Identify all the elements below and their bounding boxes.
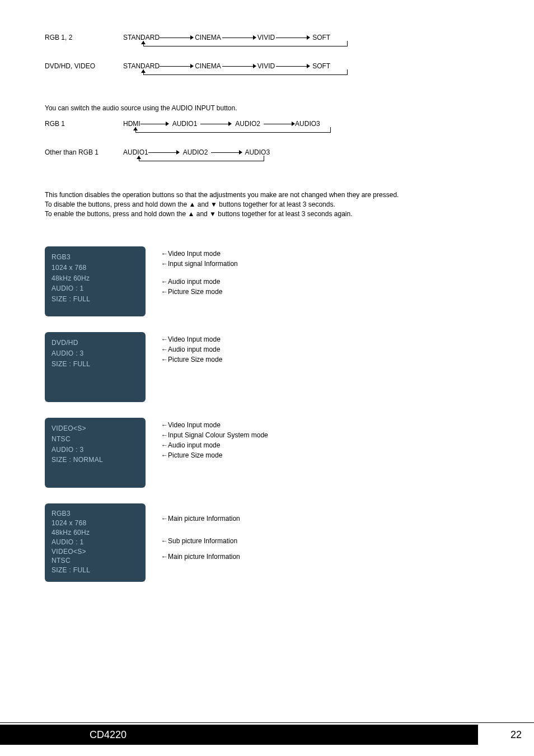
- osd-line: AUDIO : 1: [51, 538, 139, 547]
- node-audio3: AUDIO3: [295, 120, 320, 128]
- osd-line: AUDIO : 1: [51, 283, 139, 294]
- ann-line: ←Video Input mode: [161, 249, 238, 259]
- node-audio2: AUDIO2: [183, 148, 208, 156]
- cycle-diagram: STANDARD CINEMA VIVID SOFT: [123, 34, 348, 46]
- osd-line: RGB3: [51, 509, 139, 519]
- osd-line: 48kHz 60Hz: [51, 528, 139, 538]
- cycle-diagram: AUDIO1 AUDIO2 AUDIO3: [123, 148, 270, 161]
- ann-line: ←Input signal Information: [161, 259, 238, 269]
- down-triangle-icon: ▼: [210, 200, 217, 208]
- osd-line: SIZE : FULL: [51, 359, 139, 370]
- para-line2b: and: [195, 200, 210, 208]
- node-audio3: AUDIO3: [245, 148, 270, 156]
- osd-line: VIDEO<S>: [51, 423, 139, 434]
- ann-line: ←Input Signal Colour System mode: [161, 430, 268, 440]
- page-number: 22: [478, 729, 534, 741]
- ann-line: ←Audio input mode: [161, 277, 238, 287]
- para-line3a: To enable the buttons, press and hold do…: [45, 210, 188, 218]
- node-cinema: CINEMA: [195, 62, 221, 70]
- diagram-row-rgb1: RGB 1 HDMI AUDIO1 AUDIO2 AUDIO3: [45, 120, 489, 133]
- ann-line: ←Main picture Information: [161, 514, 240, 524]
- para-line1: This function disables the operation but…: [45, 190, 489, 200]
- node-cinema: CINEMA: [195, 34, 221, 41]
- model-number: CD4220: [90, 729, 127, 741]
- osd-line: VIDEO<S>: [51, 547, 139, 557]
- down-triangle-icon: ▼: [209, 210, 216, 218]
- node-audio2: AUDIO2: [235, 120, 260, 128]
- osd-line: AUDIO : 3: [51, 348, 139, 359]
- node-soft: SOFT: [312, 62, 330, 70]
- osd-example-4: RGB3 1024 x 768 48kHz 60Hz AUDIO : 1 VID…: [45, 503, 489, 582]
- osd-annotations: ←Video Input mode ←Input Signal Colour S…: [161, 418, 268, 460]
- node-soft: SOFT: [312, 34, 330, 41]
- ann-line: ←Picture Size mode: [161, 287, 238, 297]
- audio-note: You can switch the audio source using th…: [45, 104, 489, 112]
- osd-line: DVD/HD: [51, 338, 139, 348]
- osd-line: AUDIO : 3: [51, 445, 139, 455]
- row-label: RGB 1, 2: [45, 34, 123, 41]
- diagram-row-other: Other than RGB 1 AUDIO1 AUDIO2 AUDIO3: [45, 148, 489, 161]
- ann-line: ←Main picture Information: [161, 552, 240, 562]
- osd-panel: RGB3 1024 x 768 48kHz 60Hz AUDIO : 1 VID…: [45, 503, 146, 582]
- node-audio1: AUDIO1: [172, 120, 198, 128]
- cycle-diagram: HDMI AUDIO1 AUDIO2 AUDIO3: [123, 120, 331, 133]
- ann-line: ←Video Input mode: [161, 420, 268, 430]
- node-hdmi: HDMI: [123, 120, 140, 128]
- osd-example-1: RGB3 1024 x 768 48kHz 60Hz AUDIO : 1 SIZ…: [45, 246, 489, 316]
- osd-panel: RGB3 1024 x 768 48kHz 60Hz AUDIO : 1 SIZ…: [45, 246, 146, 316]
- para-line3c: buttons together for at least 3 seconds …: [216, 210, 353, 218]
- osd-line: RGB3: [51, 252, 139, 263]
- osd-line: SIZE : FULL: [51, 566, 139, 575]
- osd-example-3: VIDEO<S> NTSC AUDIO : 3 SIZE : NORMAL ←V…: [45, 418, 489, 488]
- osd-line: NTSC: [51, 434, 139, 445]
- ann-line: ←Sub picture Information: [161, 536, 240, 546]
- row-label: RGB 1: [45, 120, 123, 128]
- osd-line: 1024 x 768: [51, 519, 139, 528]
- disable-buttons-paragraph: This function disables the operation but…: [45, 190, 489, 218]
- diagram-row-rgb12: RGB 1, 2 STANDARD CINEMA VIVID SOFT: [45, 34, 489, 46]
- ann-line: ←Video Input mode: [161, 334, 222, 344]
- osd-line: SIZE : NORMAL: [51, 455, 139, 465]
- para-line2c: buttons together for at least 3 seconds.: [217, 200, 335, 208]
- ann-line: ←Audio input mode: [161, 344, 222, 354]
- osd-annotations: ←Video Input mode ←Audio input mode ←Pic…: [161, 332, 222, 365]
- osd-panel: DVD/HD AUDIO : 3 SIZE : FULL: [45, 332, 146, 402]
- osd-line: 48kHz 60Hz: [51, 273, 139, 284]
- node-standard: STANDARD: [123, 34, 160, 41]
- para-line2a: To disable the buttons, press and hold d…: [45, 200, 189, 208]
- osd-annotations: ←Main picture Information ←Sub picture I…: [161, 503, 240, 562]
- osd-annotations: ←Video Input mode ←Input signal Informat…: [161, 246, 238, 297]
- cycle-diagram: STANDARD CINEMA VIVID SOFT: [123, 62, 348, 75]
- ann-line: ←Audio input mode: [161, 440, 268, 450]
- node-vivid: VIVID: [257, 34, 275, 41]
- row-label: Other than RGB 1: [45, 148, 123, 156]
- ann-line: ←Picture Size mode: [161, 450, 268, 460]
- para-line3b: and: [194, 210, 209, 218]
- osd-line: NTSC: [51, 556, 139, 566]
- osd-panel: VIDEO<S> NTSC AUDIO : 3 SIZE : NORMAL: [45, 418, 146, 488]
- node-vivid: VIVID: [257, 62, 275, 70]
- node-standard: STANDARD: [123, 62, 160, 70]
- osd-example-2: DVD/HD AUDIO : 3 SIZE : FULL ←Video Inpu…: [45, 332, 489, 402]
- osd-line: SIZE : FULL: [51, 294, 139, 305]
- osd-line: 1024 x 768: [51, 263, 139, 273]
- footer: CD4220 22: [0, 722, 534, 745]
- ann-line: ←Picture Size mode: [161, 354, 222, 365]
- row-label: DVD/HD, VIDEO: [45, 62, 123, 70]
- diagram-row-dvd: DVD/HD, VIDEO STANDARD CINEMA VIVID SOFT: [45, 62, 489, 75]
- up-triangle-icon: ▲: [188, 210, 195, 218]
- up-triangle-icon: ▲: [189, 200, 196, 208]
- node-audio1: AUDIO1: [123, 148, 148, 156]
- footer-bar: CD4220: [0, 725, 478, 745]
